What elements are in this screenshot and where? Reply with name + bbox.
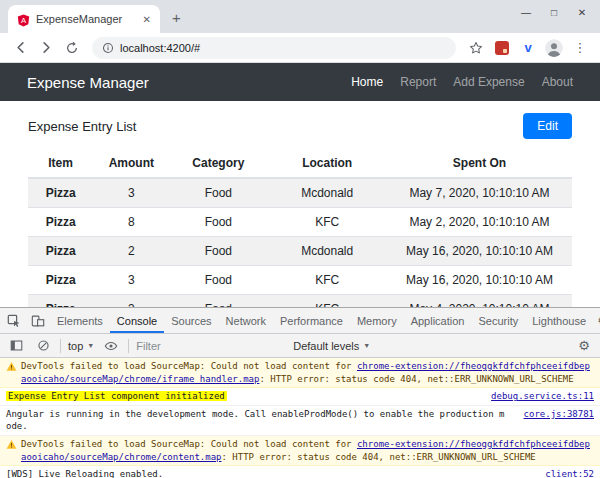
device-toolbar-icon[interactable] <box>26 308 50 333</box>
back-icon[interactable] <box>8 36 32 60</box>
clear-console-icon[interactable] <box>33 336 53 356</box>
console-warning-message: DevTools failed to load SourceMap: Could… <box>0 358 600 388</box>
nav-link-report[interactable]: Report <box>400 75 436 89</box>
new-tab-button[interactable]: + <box>172 9 181 26</box>
extension-v-icon[interactable]: v <box>516 36 540 60</box>
site-info-icon[interactable] <box>102 42 114 54</box>
log-levels-dropdown[interactable]: Default levels▼ <box>293 340 370 352</box>
log-text: [WDS] Live Reloading enabled. <box>6 468 531 478</box>
live-expression-eye-icon[interactable] <box>101 336 121 356</box>
browser-menu-icon[interactable]: ⋮ <box>568 36 592 60</box>
warning-text-suffix: : HTTP error: status code 404, net::ERR_… <box>221 452 535 462</box>
expense-table: Item Amount Category Location Spent On P… <box>28 149 572 307</box>
window-close-icon[interactable]: ✕ <box>568 2 596 22</box>
console-toolbar: top▼ Default levels▼ ⚙ <box>0 334 600 358</box>
devtools-tab-console[interactable]: Console <box>110 308 164 333</box>
cell-amount: 3 <box>93 295 169 308</box>
table-header-row: Item Amount Category Location Spent On <box>28 149 572 178</box>
profile-avatar[interactable] <box>542 36 566 60</box>
col-header-spent-on: Spent On <box>387 149 572 178</box>
angular-favicon-icon: A <box>17 13 30 26</box>
cell-amount: 8 <box>93 208 169 237</box>
window-controls: — □ ✕ <box>512 2 596 22</box>
cell-item: Pizza <box>28 178 93 208</box>
browser-window: A ExpenseManager ✕ + — □ ✕ localhost:420… <box>0 0 600 478</box>
devtools-tab-lighthouse[interactable]: Lighthouse <box>525 308 593 333</box>
console-log-message: Angular is running in the development mo… <box>0 406 600 436</box>
context-selector[interactable]: top▼ <box>68 340 94 352</box>
browser-tab-strip: A ExpenseManager ✕ + — □ ✕ <box>0 0 600 33</box>
chevron-down-icon: ▼ <box>87 342 94 349</box>
edit-button[interactable]: Edit <box>523 113 572 139</box>
cell-spent-on: May 16, 2020, 10:10:10 AM <box>387 237 572 266</box>
content-header: Expense Entry List Edit <box>28 113 572 139</box>
app-content: Expense Entry List Edit Item Amount Cate… <box>0 101 600 307</box>
source-link[interactable]: client:52 <box>545 468 594 478</box>
toolbar-separator <box>60 339 61 353</box>
warning-icon <box>6 439 17 454</box>
bookmark-star-icon[interactable] <box>464 36 488 60</box>
table-row: Pizza 3 Food KFC May 4, 2020, 10:10:10 A… <box>28 295 572 308</box>
cell-category: Food <box>169 237 267 266</box>
minimize-icon[interactable]: — <box>512 2 540 22</box>
cell-amount: 2 <box>93 237 169 266</box>
maximize-icon[interactable]: □ <box>540 2 568 22</box>
warning-icon <box>6 361 17 376</box>
cell-location: KFC <box>267 208 387 237</box>
extension-red-icon[interactable] <box>490 36 514 60</box>
warning-text: DevTools failed to load SourceMap: Could… <box>21 360 594 385</box>
browser-toolbar: localhost:4200/# v ⋮ <box>0 33 600 63</box>
devtools-tab-network[interactable]: Network <box>219 308 273 333</box>
table-row: Pizza 8 Food KFC May 2, 2020, 10:10:10 A… <box>28 208 572 237</box>
cell-location: Mcdonald <box>267 237 387 266</box>
url-text[interactable]: localhost:4200/# <box>120 42 200 54</box>
forward-icon[interactable] <box>34 36 58 60</box>
cell-spent-on: May 16, 2020, 10:10:10 AM <box>387 266 572 295</box>
cell-item: Pizza <box>28 208 93 237</box>
devtools-tab-memory[interactable]: Memory <box>350 308 404 333</box>
devtools-tab-performance[interactable]: Performance <box>273 308 350 333</box>
browser-tab[interactable]: A ExpenseManager ✕ <box>8 5 160 33</box>
nav-link-about[interactable]: About <box>542 75 573 89</box>
highlighted-log-text: Expense Entry List component initialized <box>6 391 227 401</box>
app-brand[interactable]: Expense Manager <box>27 74 149 91</box>
devtools-tab-elements[interactable]: Elements <box>50 308 110 333</box>
svg-text:A: A <box>21 16 27 25</box>
devtools-tab-security[interactable]: Security <box>471 308 525 333</box>
warning-text: DevTools failed to load SourceMap: Could… <box>21 438 594 463</box>
address-bar[interactable]: localhost:4200/# <box>92 37 456 59</box>
col-header-location: Location <box>267 149 387 178</box>
console-sidebar-icon[interactable] <box>6 336 26 356</box>
devtools-tab-bar: Elements Console Sources Network Perform… <box>0 308 600 334</box>
console-settings-gear-icon[interactable]: ⚙ <box>574 336 594 356</box>
inspect-element-icon[interactable] <box>2 308 26 333</box>
cell-location: Mcdonald <box>267 178 387 208</box>
refresh-icon[interactable] <box>60 36 84 60</box>
page-title: Expense Entry List <box>28 119 136 134</box>
console-filter-input[interactable] <box>136 340 286 352</box>
cell-location: KFC <box>267 266 387 295</box>
devtools-tab-sources[interactable]: Sources <box>164 308 218 333</box>
nav-link-home[interactable]: Home <box>351 75 383 89</box>
console-log-message: [WDS] Live Reloading enabled. client:52 <box>0 466 600 478</box>
source-link[interactable]: core.js:38781 <box>524 408 594 421</box>
table-row: Pizza 2 Food Mcdonald May 16, 2020, 10:1… <box>28 237 572 266</box>
nav-link-add-expense[interactable]: Add Expense <box>453 75 524 89</box>
console-warning-message: DevTools failed to load SourceMap: Could… <box>0 436 600 466</box>
console-messages[interactable]: DevTools failed to load SourceMap: Could… <box>0 358 600 478</box>
cell-category: Food <box>169 208 267 237</box>
console-log-message: Expense Entry List component initialized… <box>0 388 600 406</box>
col-header-item: Item <box>28 149 93 178</box>
col-header-category: Category <box>169 149 267 178</box>
cell-spent-on: May 7, 2020, 10:10:10 AM <box>387 178 572 208</box>
app-navbar: Expense Manager Home Report Add Expense … <box>0 63 600 101</box>
table-row: Pizza 3 Food Mcdonald May 7, 2020, 10:10… <box>28 178 572 208</box>
devtools-settings-gear-icon[interactable]: ⚙ <box>593 311 600 331</box>
toolbar-separator <box>128 339 129 353</box>
warning-text-prefix: DevTools failed to load SourceMap: Could… <box>21 361 357 371</box>
cell-amount: 3 <box>93 266 169 295</box>
cell-item: Pizza <box>28 237 93 266</box>
source-link[interactable]: debug.service.ts:11 <box>491 390 594 403</box>
devtools-tab-application[interactable]: Application <box>404 308 472 333</box>
tab-close-icon[interactable]: ✕ <box>143 14 151 25</box>
